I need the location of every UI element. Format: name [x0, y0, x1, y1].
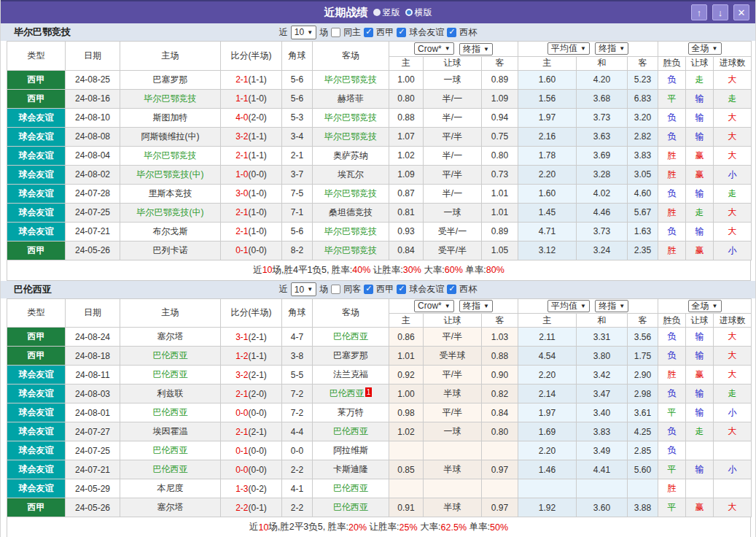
near-label: 近: [279, 26, 288, 39]
league-type-cell: 球会友谊: [7, 127, 66, 146]
home-odds-cell: 1.09: [389, 165, 424, 184]
league-cup-label: 西杯: [459, 26, 477, 39]
same-venue-label: 同客: [343, 283, 361, 295]
handicap-cell: 受半/一: [424, 222, 482, 241]
date-cell: 24-08-01: [66, 403, 120, 422]
bookmaker-select[interactable]: Crow*▼: [414, 42, 454, 55]
handicap-result-cell: [686, 441, 714, 460]
match-row: 球会友谊24-08-10斯图加特4-0(2-0)5-3毕尔巴鄂竞技0.88半/一…: [7, 108, 752, 127]
league-type-cell: 球会友谊: [7, 222, 66, 241]
away-team-cell: 桑坦德竞技: [313, 203, 389, 222]
score-cell: 3-0(1-0): [221, 184, 282, 203]
fulltime-score: 1-0: [235, 169, 248, 179]
summary-odd-rate: 80%: [486, 265, 504, 275]
match-row: 球会友谊24-07-25毕尔巴鄂竞技(中)2-1(1-0)7-1桑坦德竞技0.8…: [7, 203, 752, 222]
league-type-cell: 球会友谊: [7, 422, 66, 441]
bookmaker-select[interactable]: Crow*▼: [414, 300, 454, 312]
away-odds-cell: 0.84: [482, 403, 518, 422]
average-select[interactable]: 平均值▼: [547, 42, 590, 55]
league-friendly-checkbox[interactable]: [397, 28, 406, 37]
avg-draw-cell: 4.02: [577, 184, 628, 203]
chevron-down-icon: ▼: [712, 303, 718, 309]
col-score: 比分(半场): [221, 298, 282, 328]
avg-away-cell: 3.83: [628, 146, 658, 165]
same-venue-checkbox[interactable]: [331, 285, 340, 294]
average-time-select-value: 终指: [599, 42, 616, 55]
home-team-cell: 塞尔塔: [120, 498, 221, 517]
col-type: 类型: [7, 42, 66, 71]
games-label: 场: [319, 26, 328, 39]
layout-radio-vertical[interactable]: 竖版: [373, 7, 400, 19]
home-odds-cell: 0.84: [389, 241, 424, 260]
scroll-down-button[interactable]: ↓: [712, 4, 728, 20]
goals-result-cell: [714, 479, 752, 498]
scroll-up-button[interactable]: ↑: [691, 4, 707, 20]
league-cup-checkbox[interactable]: [447, 285, 456, 294]
avg-home-cell: 1.46: [518, 460, 577, 479]
odds-time-select[interactable]: 终指▼: [459, 43, 493, 55]
home-odds-cell: 0.92: [389, 366, 424, 385]
match-count-select[interactable]: 10▼: [291, 26, 316, 39]
league-type-cell: 球会友谊: [7, 460, 66, 479]
match-row: 西甲24-08-25巴塞罗那2-1(1-1)5-6毕尔巴鄂竞技1.00一球0.8…: [7, 70, 752, 89]
home-team-cell: 斯图加特: [120, 108, 221, 127]
league-cup-checkbox[interactable]: [447, 28, 456, 37]
score-cell: 2-1(1-0): [221, 222, 282, 241]
avg-draw-cell: 3.24: [577, 241, 628, 260]
average-select[interactable]: 平均值▼: [547, 300, 590, 312]
handicap-cell: 半/一: [424, 184, 482, 203]
odds-time-select-value: 终指: [463, 43, 480, 55]
handicap-result-cell: 输: [686, 385, 714, 403]
handicap-cell: 一球: [424, 70, 482, 89]
home-team-cell: 巴伦西亚: [120, 366, 221, 385]
bookmaker-select-value: Crow*: [418, 44, 442, 54]
layout-radio-vertical-label: 竖版: [383, 7, 400, 19]
fulltime-score: 2-1: [235, 226, 248, 236]
col-avg-draw: 和: [577, 314, 628, 328]
fulltime-select[interactable]: 全场▼: [688, 300, 722, 312]
league-friendly-checkbox[interactable]: [397, 285, 406, 294]
col-result: 胜负: [658, 56, 686, 70]
score-cell: 2-1(1-0): [221, 203, 282, 222]
match-count-select[interactable]: 10▼: [291, 282, 316, 296]
corner-cell: 5-6: [282, 70, 313, 89]
halftime-score: (2-1): [249, 370, 267, 380]
odds-time-select-value: 终指: [463, 300, 480, 312]
league-liga-checkbox[interactable]: [364, 28, 373, 37]
avg-draw-cell: 3.83: [577, 422, 628, 441]
halftime-score: (1-1): [249, 131, 267, 142]
col-crow-away: 客: [482, 314, 518, 328]
summary-odd-rate: 50%: [490, 522, 508, 533]
halftime-score: (2-0): [249, 112, 267, 123]
league-liga-checkbox[interactable]: [364, 285, 373, 294]
odds-time-select[interactable]: 终指▼: [459, 300, 493, 312]
layout-radio-horizontal[interactable]: 横版: [405, 7, 432, 19]
col-home: 主场: [120, 298, 221, 328]
filters: 近 10▼ 场 同主 西甲 球会友谊 西杯: [279, 26, 477, 39]
home-team-cell: 巴伦西亚: [120, 460, 221, 479]
goals-result-cell: 大: [714, 366, 752, 385]
average-select-value: 平均值: [551, 42, 577, 55]
page-title: 近期战绩: [324, 6, 368, 20]
home-odds-cell: 1.02: [389, 422, 424, 441]
halftime-score: (0-0): [249, 408, 267, 418]
average-time-select[interactable]: 终指▼: [595, 42, 628, 55]
away-team-cell: 赫塔菲: [313, 89, 389, 108]
handicap-result-cell: [686, 479, 714, 498]
fulltime-score: 3-2: [235, 370, 248, 380]
avg-draw-cell: 3.60: [577, 498, 628, 517]
home-team-cell: 毕尔巴鄂竞技: [120, 89, 221, 108]
fulltime-select-value: 全场: [692, 42, 709, 55]
average-time-select-value: 终指: [599, 300, 616, 312]
handicap-result-cell: 输: [686, 347, 714, 366]
corner-cell: 2-2: [282, 498, 313, 517]
date-cell: 24-08-04: [66, 146, 120, 165]
goals-result-cell: 大: [714, 203, 752, 222]
close-button[interactable]: ✕: [733, 4, 749, 20]
fulltime-select[interactable]: 全场▼: [688, 42, 722, 55]
handicap-result-cell: 输: [686, 222, 714, 241]
avg-home-cell: 1.97: [518, 108, 577, 127]
same-venue-label: 同主: [343, 26, 361, 39]
same-venue-checkbox[interactable]: [331, 28, 340, 37]
average-time-select[interactable]: 终指▼: [595, 300, 628, 312]
